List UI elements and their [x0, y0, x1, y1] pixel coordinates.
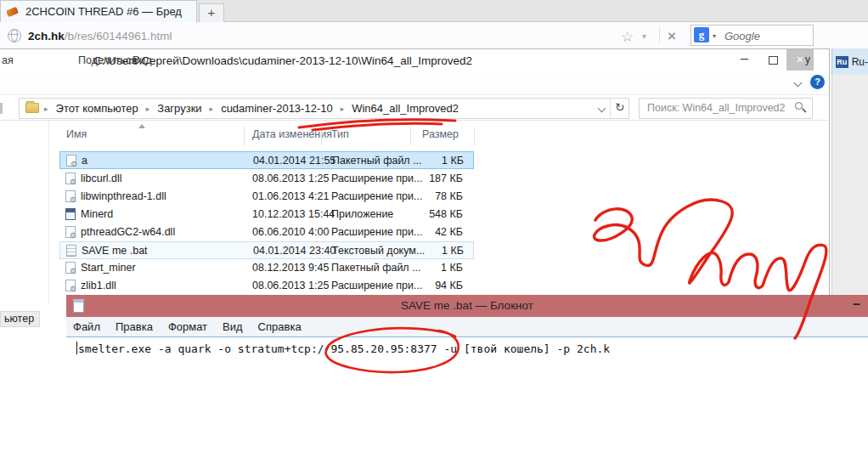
file-date: 08.06.2013 1:25: [252, 172, 329, 184]
help-button[interactable]: ?: [810, 75, 825, 89]
file-size: 42 КБ: [391, 226, 463, 238]
notepad-window: SAVE me .bat — Блокнот – Файл Правка Фор…: [66, 295, 868, 475]
file-name: Start_miner: [81, 262, 136, 274]
column-header-date[interactable]: Дата изменения: [252, 128, 332, 140]
menu-help[interactable]: Справка: [258, 320, 302, 333]
file-size: 94 КБ: [391, 280, 463, 291]
breadcrumb-sep-icon: ▸: [44, 105, 48, 113]
file-date: 04.01.2014 23:40: [253, 245, 335, 257]
table-row[interactable]: zlib1.dll 08.06.2013 1:25 Расширение при…: [59, 277, 474, 295]
nav-button-fragment: [0, 103, 3, 114]
favorites-star-icon[interactable]: ☆: [621, 28, 634, 46]
table-row[interactable]: pthreadGC2-w64.dll 06.06.2010 4:00 Расши…: [59, 223, 474, 241]
text-caret: [76, 342, 77, 354]
search-icon[interactable]: [795, 102, 803, 110]
file-date: 04.01.2014 21:55: [253, 155, 335, 167]
breadcrumb-win64[interactable]: Win64_all_Improved2: [352, 102, 459, 115]
breadcrumb-sep-icon: ▸: [341, 105, 345, 113]
file-date: 08.06.2013 1:25: [252, 280, 329, 291]
sidebar-item-this-pc[interactable]: ьютер: [0, 311, 40, 327]
table-row[interactable]: SAVE me .bat 04.01.2014 23:40 Текстовый …: [59, 241, 474, 259]
menu-format[interactable]: Формат: [168, 320, 207, 333]
new-tab-button[interactable]: +: [199, 3, 224, 22]
table-row[interactable]: Minerd 10.12.2013 15:44 Приложение 548 К…: [59, 206, 474, 223]
language-bar[interactable]: Ru Ru-: [831, 48, 868, 75]
url-path: /b/res/60144961.html: [65, 30, 172, 42]
menu-edit[interactable]: Правка: [116, 320, 153, 333]
language-ru-icon[interactable]: Ru: [836, 56, 848, 68]
menu-file[interactable]: Файл: [73, 320, 100, 333]
breadcrumb-this-pc[interactable]: Этот компьютер: [56, 102, 138, 115]
notepad-content[interactable]: smelter.exe -a quark -o stratum+tcp://95…: [78, 342, 610, 355]
divider: [244, 127, 245, 145]
browser-tab-active[interactable]: 2CHCOIN THREAD #6 — Бред: [0, 0, 197, 22]
dll-file-icon: [65, 172, 76, 184]
batch-file-icon: [66, 155, 76, 167]
stop-button[interactable]: ×: [668, 28, 676, 45]
file-size: 78 КБ: [391, 190, 463, 202]
app-file-icon: [65, 208, 76, 220]
language-label: Ru-: [852, 56, 868, 68]
tab-title: 2CHCOIN THREAD #6 — Бред: [25, 5, 182, 18]
breadcrumb-sep-icon: ▸: [146, 105, 150, 113]
file-name: libwinpthread-1.dll: [81, 190, 166, 202]
file-name: Minerd: [81, 208, 113, 220]
explorer-window: C:\Users\Сергей\Downloads\cudaminer-2013…: [0, 48, 830, 303]
file-size: 1 КБ: [391, 262, 463, 274]
column-header-type[interactable]: Тип: [331, 128, 349, 140]
langbar-fragment: у: [805, 54, 810, 65]
refresh-button[interactable]: ↻: [615, 100, 625, 114]
file-date: 08.12.2013 9:45: [252, 262, 329, 274]
text-file-icon: [66, 245, 76, 257]
ribbon-tab-home[interactable]: ая: [2, 54, 14, 66]
favorites-dropdown-icon[interactable]: ▾: [642, 31, 646, 41]
breadcrumb-cudaminer[interactable]: cudaminer-2013-12-10: [221, 102, 333, 115]
site-favicon-icon: [6, 6, 19, 16]
file-name: zlib1.dll: [81, 280, 116, 291]
globe-icon: [8, 29, 21, 42]
file-size: 548 КБ: [391, 208, 463, 220]
table-row[interactable]: libcurl.dll 08.06.2013 1:25 Расширение п…: [59, 170, 474, 188]
breadcrumb-downloads[interactable]: Загрузки: [157, 102, 201, 115]
ribbon-tab-view[interactable]: Вид: [132, 54, 152, 66]
column-header-size[interactable]: Размер: [422, 128, 459, 140]
file-name: a: [82, 155, 87, 167]
explorer-search-value: Поиск: Win64_all_Improved2: [647, 102, 785, 114]
menu-view[interactable]: Вид: [223, 320, 243, 333]
desktop: 2CHCOIN THREAD #6 — Бред + 2ch.hk/b/res/…: [0, 0, 868, 475]
url-field[interactable]: 2ch.hk/b/res/60144961.html: [28, 30, 172, 42]
background-panel: [831, 75, 868, 296]
file-size: 1 КБ: [392, 245, 464, 257]
dll-file-icon: [65, 190, 76, 202]
breadcrumb: ▸ Этот компьютер ▸ Загрузки ▸ cudaminer-…: [44, 102, 459, 115]
divider: [410, 127, 411, 145]
notepad-menubar: Файл Правка Формат Вид Справка: [66, 317, 868, 336]
divider: [610, 99, 611, 118]
google-logo-icon[interactable]: g: [694, 27, 709, 42]
file-date: 06.06.2010 4:00: [252, 226, 329, 238]
batch-file-icon: [65, 262, 76, 274]
file-type: Приложение: [331, 208, 393, 220]
table-row[interactable]: Start_miner 08.12.2013 9:45 Пакетный фай…: [59, 259, 474, 277]
column-header-name[interactable]: Имя: [66, 128, 87, 140]
search-provider-dropdown-icon[interactable]: ▾: [713, 32, 716, 40]
divider: [321, 127, 322, 145]
ribbon-bar: [0, 72, 829, 95]
minimize-button[interactable]: –: [853, 297, 860, 312]
file-date: 01.06.2013 4:21: [252, 190, 329, 202]
divider: [659, 26, 660, 44]
file-name: libcurl.dll: [81, 172, 122, 184]
maximize-button[interactable]: [769, 56, 778, 65]
ribbon-tab-share[interactable]: Поделиться: [78, 54, 137, 66]
folder-icon: [25, 103, 39, 113]
file-date: 10.12.2013 15:44: [252, 208, 335, 220]
notepad-title: SAVE me .bat — Блокнот: [66, 299, 868, 312]
dll-file-icon: [65, 280, 76, 291]
url-domain: 2ch.hk: [28, 30, 65, 42]
file-name: pthreadGC2-w64.dll: [81, 226, 175, 238]
search-placeholder: Google: [724, 30, 760, 42]
table-row[interactable]: libwinpthread-1.dll 01.06.2013 4:21 Расш…: [59, 188, 474, 206]
table-row[interactable]: a 04.01.2014 21:55 Пакетный файл ... 1 К…: [59, 151, 474, 169]
divider: [48, 121, 49, 304]
minimize-button[interactable]: –: [741, 51, 748, 66]
